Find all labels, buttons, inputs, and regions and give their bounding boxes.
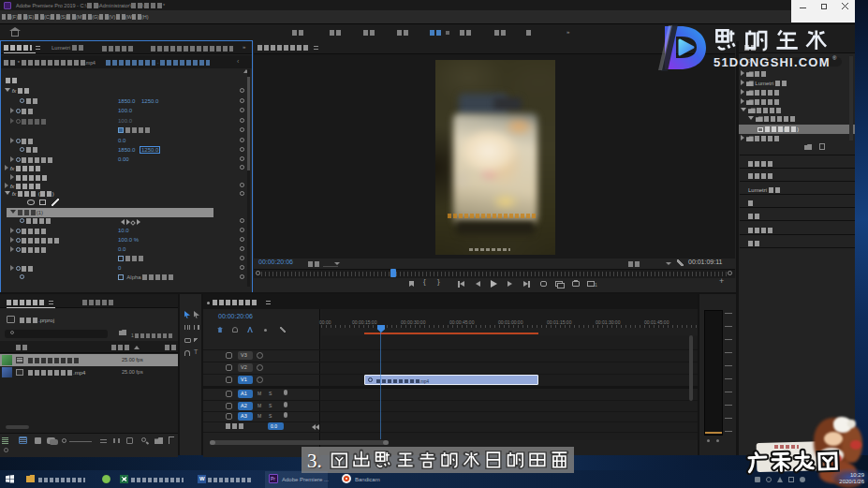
- svg-text:51DONGSHI.COM: 51DONGSHI.COM: [714, 55, 831, 69]
- svg-text:3.: 3.: [307, 450, 322, 472]
- svg-text:®: ®: [832, 55, 837, 61]
